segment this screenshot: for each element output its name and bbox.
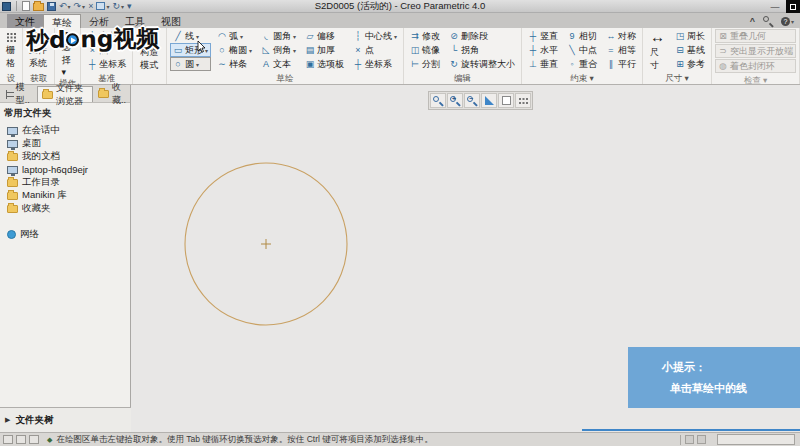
redo-button[interactable]: ↷▾	[74, 1, 86, 12]
save-icon	[47, 2, 56, 11]
rotate-resize-icon: ↻	[449, 59, 459, 69]
save-button[interactable]	[47, 1, 56, 12]
selection-filter-icon[interactable]	[697, 435, 706, 444]
folder-label: Manikin 库	[22, 189, 67, 202]
folder-favorites[interactable]: 收藏夹	[0, 202, 130, 215]
folder-desktop[interactable]: 桌面	[0, 137, 130, 150]
tab-favorites[interactable]: 收藏..	[94, 86, 130, 102]
zoom-fit-button[interactable]	[430, 93, 446, 108]
find-tool-icon[interactable]	[685, 435, 694, 444]
tab-label: 收藏..	[112, 81, 126, 107]
ellipse-button[interactable]: ○椭圆▾	[214, 43, 255, 57]
undo-button-glyph: ↶	[59, 1, 67, 11]
group-label-constrain[interactable]: 约束 ▾	[525, 72, 639, 84]
titlebar: ↶▾↷▾×▾↻▾▾ S2D0005 (活动的) - Creo Parametri…	[0, 0, 800, 13]
equal-constraint-button[interactable]: =相等	[603, 43, 639, 57]
folder-working-directory[interactable]: 工作目录	[0, 176, 130, 189]
perimeter-button[interactable]: ◳周长	[672, 29, 708, 43]
baseline-button[interactable]: ⊟基线	[672, 43, 708, 57]
navigator-sidebar: 模型..文件夹浏览器收藏.. 常用文件夹 在会话中桌面我的文档laptop-h6…	[0, 85, 131, 407]
group-label-editing: 编辑	[407, 72, 518, 84]
button-label: 圆角	[273, 30, 291, 43]
chevron-down-icon: ▾	[68, 3, 71, 10]
button-label: 样条	[229, 58, 247, 71]
chamfer-button[interactable]: ◺倒角▾	[258, 43, 299, 57]
repaint-button[interactable]	[481, 93, 497, 108]
sketch-canvas[interactable]: +− 小提示： 单击草绘中的线	[131, 85, 800, 432]
group-label-dimension[interactable]: 尺寸 ▾	[646, 72, 708, 84]
modify-button[interactable]: ⇉修改	[407, 29, 443, 43]
tab-folder-browser[interactable]: 文件夹浏览器	[37, 86, 93, 102]
windows-button[interactable]: ▾	[96, 1, 109, 12]
coincident-constraint-button[interactable]: ◦重合	[564, 57, 600, 71]
folder-in-session[interactable]: 在会话中	[0, 124, 130, 137]
symmetric-constraint-button[interactable]: ↔对称	[603, 29, 639, 43]
search-icon[interactable]	[762, 15, 774, 27]
corner-button[interactable]: └拐角	[446, 43, 518, 57]
reference-button[interactable]: ⊞参考	[672, 57, 708, 71]
grid-settings-button[interactable]: 栅格	[3, 29, 19, 72]
perpendicular-constraint-button[interactable]: ⊥垂直	[525, 57, 561, 71]
ribbon-group-editing: ⇉修改◫镜像⊢分割⊘删除段└拐角↻旋转调整大小编辑	[404, 28, 522, 84]
folder-label: laptop-h6qd9ejr	[22, 164, 88, 175]
delete-segment-button[interactable]: ⊘删除段	[446, 29, 518, 43]
midpoint-constraint-button[interactable]: ╲中点	[564, 43, 600, 57]
button-label: 重合	[579, 58, 597, 71]
computer-icon	[7, 140, 18, 148]
minimize-ribbon-button[interactable]: ^	[750, 16, 755, 26]
folder-my-documents[interactable]: 我的文档	[0, 150, 130, 163]
centerline-button[interactable]: ┆中心线▾	[350, 29, 400, 43]
help-button[interactable]: ? ▾	[781, 17, 794, 26]
folder-manikin-library[interactable]: Manikin 库	[0, 189, 130, 202]
dimension-button[interactable]: ↔尺寸	[646, 29, 669, 72]
csys-button[interactable]: ┼坐标系	[350, 57, 400, 71]
tab-model-tree[interactable]: 模型..	[2, 86, 36, 102]
text-icon: A	[261, 59, 271, 69]
customize-quick-access-button[interactable]: ▾	[127, 1, 132, 12]
new-file-button[interactable]	[22, 1, 30, 12]
circle-button[interactable]: ○圆▾	[170, 57, 211, 71]
ribbon-group-dimension: ↔尺寸◳周长⊟基线⊞参考尺寸 ▾	[643, 28, 712, 84]
divide-button[interactable]: ⊢分割	[407, 57, 443, 71]
model-tree-toggle-icon[interactable]	[3, 435, 13, 444]
rotate-resize-button[interactable]: ↻旋转调整大小	[446, 57, 518, 71]
folder-computer[interactable]: laptop-h6qd9ejr	[0, 163, 130, 176]
fillet-button[interactable]: ◟圆角▾	[258, 29, 299, 43]
close-window-button[interactable]: ×	[88, 1, 93, 12]
group-label-construction-mode	[136, 72, 163, 84]
restore-button[interactable]	[786, 0, 800, 13]
baseline-icon: ⊟	[675, 45, 685, 55]
arc-button[interactable]: ◠弧▾	[214, 29, 255, 43]
tree-icon	[6, 90, 13, 99]
sketch-display-filters-icon	[518, 96, 528, 106]
vertical-constraint-button[interactable]: ┼竖直	[525, 29, 561, 43]
offset-button[interactable]: ▱偏移	[302, 29, 347, 43]
spline-button[interactable]: ∼样条	[214, 57, 255, 71]
fol-icon	[42, 91, 53, 99]
minimize-button[interactable]: —	[764, 2, 786, 12]
zoom-out-button[interactable]: −	[464, 93, 480, 108]
point-button[interactable]: ×点	[350, 43, 400, 57]
overlapping-geometry-button: ⊠重叠几何	[715, 29, 796, 43]
notifications-icon[interactable]	[29, 435, 39, 444]
regenerate-button[interactable]: ↻▾	[112, 1, 124, 12]
horizontal-constraint-button[interactable]: ┼水平	[525, 43, 561, 57]
browser-toggle-icon[interactable]	[16, 435, 26, 444]
expander-icon[interactable]: ▶	[5, 416, 10, 424]
undo-button[interactable]: ↶▾	[59, 1, 71, 12]
text-button[interactable]: A文本	[258, 57, 299, 71]
mirror-button[interactable]: ◫镜像	[407, 43, 443, 57]
arc-icon: ◠	[217, 31, 227, 41]
zoom-in-button[interactable]: +	[447, 93, 463, 108]
sketch-display-filters-button[interactable]	[515, 93, 531, 108]
selection-filter-box[interactable]	[717, 434, 795, 445]
parallel-constraint-button[interactable]: ∥平行	[603, 57, 639, 71]
display-style-button[interactable]	[498, 93, 514, 108]
palette-button[interactable]: ▣选项板	[302, 57, 347, 71]
tangent-constraint-button[interactable]: 9相切	[564, 29, 600, 43]
folder-network[interactable]: 网络	[0, 228, 130, 241]
datum-csys-button[interactable]: ┼坐标系	[84, 57, 129, 71]
thicken-button[interactable]: ▤加厚	[302, 43, 347, 57]
open-button[interactable]	[33, 1, 44, 12]
button-label: 水平	[540, 44, 558, 57]
